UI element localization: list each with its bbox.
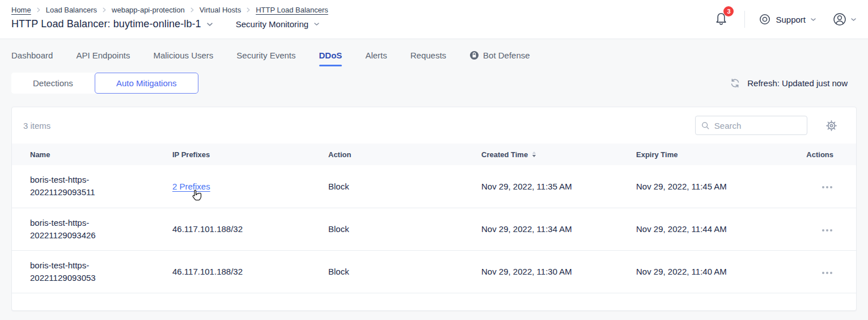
created-time-value: Nov 29, 2022, 11:34 AM (481, 224, 572, 234)
tab-alerts[interactable]: Alerts (365, 50, 387, 66)
support-label: Support (776, 15, 806, 24)
notification-badge: 3 (723, 6, 734, 16)
context-dropdown[interactable]: Security Monitoring (236, 19, 320, 29)
column-label: Created Time (481, 150, 528, 159)
view-toggle: DetectionsAuto Mitigations (11, 73, 198, 94)
toggle-detections[interactable]: Detections (11, 73, 95, 94)
chevron-down-icon (314, 22, 320, 26)
search-icon (701, 121, 710, 130)
tab-label: Security Events (236, 50, 295, 60)
tab-label: Malicious Users (153, 50, 213, 60)
page-title: HTTP Load Balancer: buytime-online-lb-1 (11, 18, 201, 30)
column-header-actions[interactable]: Actions (795, 144, 856, 165)
title-row: HTTP Load Balancer: buytime-online-lb-1 … (11, 18, 714, 30)
column-header-expiry-time[interactable]: Expiry Time (636, 144, 795, 165)
search-box (695, 116, 807, 135)
expiry-time-value: Nov 29, 2022, 11:45 AM (636, 182, 727, 191)
support-menu[interactable]: Support (759, 13, 816, 26)
expiry-time-value: Nov 29, 2022, 11:44 AM (636, 224, 727, 234)
action-value: Block (328, 224, 349, 234)
breadcrumb: HomeLoad Balancerswebapp-api-protectionV… (11, 6, 714, 14)
security-tabs: DashboardAPI EndpointsMalicious UsersSec… (0, 39, 868, 66)
sort-indicator-icon (532, 151, 536, 157)
notifications-button[interactable]: 3 (714, 10, 729, 28)
toggle-auto-mitigations[interactable]: Auto Mitigations (95, 73, 198, 94)
chevron-right-icon (102, 7, 107, 12)
tab-label: Requests (410, 50, 446, 60)
column-label: Name (30, 150, 50, 159)
tab-label: Alerts (365, 50, 387, 60)
tab-security-events[interactable]: Security Events (236, 50, 295, 66)
tab-bot-defense[interactable]: Bot Defense (469, 50, 530, 66)
title-dropdown-chevron-icon[interactable] (206, 22, 213, 27)
chevron-right-icon (190, 7, 194, 12)
tab-requests[interactable]: Requests (410, 50, 446, 66)
action-value: Block (328, 267, 349, 276)
mitigations-table: NameIP PrefixesActionCreated TimeExpiry … (12, 144, 856, 293)
tab-dashboard[interactable]: Dashboard (11, 50, 53, 66)
refresh-button[interactable]: Refresh: Updated just now (730, 78, 857, 89)
tab-ddos[interactable]: DDoS (319, 50, 342, 66)
expiry-time-value: Nov 29, 2022, 11:40 AM (636, 267, 727, 276)
search-input[interactable] (714, 121, 801, 130)
header-left: HomeLoad Balancerswebapp-api-protectionV… (11, 0, 714, 30)
breadcrumb-item[interactable]: Home (11, 6, 31, 14)
tab-label: Bot Defense (483, 50, 530, 60)
breadcrumb-item[interactable]: Virtual Hosts (200, 6, 241, 14)
account-menu[interactable] (832, 12, 857, 27)
mitigation-name: boris-test-https-20221129093511 (30, 174, 129, 199)
column-label: IP Prefixes (172, 150, 210, 159)
ip-prefixes-cell: 46.117.101.188/32 (172, 224, 243, 234)
table-header-row: NameIP PrefixesActionCreated TimeExpiry … (12, 144, 856, 165)
header-right: 3 Support (714, 0, 857, 39)
column-header-action[interactable]: Action (328, 144, 481, 165)
tab-label: API Endpoints (76, 50, 130, 60)
user-avatar-icon (832, 12, 847, 27)
prefixes-link[interactable]: 2 Prefixes (172, 182, 210, 191)
ip-prefixes-cell: 46.117.101.188/32 (172, 267, 243, 276)
column-label: Expiry Time (636, 150, 678, 159)
column-header-name[interactable]: Name (12, 144, 172, 165)
ip-prefixes-cell: 2 Prefixes (172, 182, 210, 191)
chevron-down-icon (810, 18, 816, 22)
chevron-down-icon (850, 18, 857, 22)
mitigation-name: boris-test-https-20221129093426 (30, 217, 129, 242)
bot-defense-icon (469, 50, 479, 60)
tab-label: Dashboard (11, 50, 53, 60)
ip-prefix-value: 46.117.101.188/32 (172, 267, 243, 276)
refresh-icon (730, 78, 740, 89)
table-row: boris-test-https-20221129093511 2 Prefix… (12, 165, 856, 208)
breadcrumb-item[interactable]: webapp-api-protection (112, 6, 185, 14)
app-header: HomeLoad Balancerswebapp-api-protectionV… (0, 0, 868, 39)
gear-icon (825, 120, 837, 132)
mitigation-name: boris-test-https-20221129093053 (30, 259, 129, 284)
table-row: boris-test-https-20221129093053 46.117.1… (12, 250, 856, 293)
row-actions-menu-button[interactable] (821, 226, 833, 235)
created-time-value: Nov 29, 2022, 11:35 AM (481, 182, 572, 191)
row-actions-menu-button[interactable] (821, 183, 833, 192)
row-actions-menu-button[interactable] (821, 268, 833, 277)
table-toolbar: 3 items (12, 107, 856, 144)
table-settings-button[interactable] (825, 120, 837, 132)
created-time-value: Nov 29, 2022, 11:30 AM (481, 267, 572, 276)
chevron-right-icon (246, 7, 251, 12)
action-value: Block (328, 182, 349, 191)
context-dropdown-label: Security Monitoring (236, 19, 308, 29)
support-lifebuoy-icon (759, 13, 771, 26)
column-header-created-time[interactable]: Created Time (481, 144, 636, 165)
chevron-right-icon (36, 7, 41, 12)
tab-malicious-users[interactable]: Malicious Users (153, 50, 213, 66)
tab-api-endpoints[interactable]: API Endpoints (76, 50, 130, 66)
breadcrumb-item[interactable]: Load Balancers (46, 6, 97, 14)
items-count: 3 items (23, 121, 695, 130)
mitigations-card: 3 items NameIP PrefixesActionCreated Tim… (11, 107, 857, 311)
column-label: Actions (806, 150, 833, 159)
column-label: Action (328, 150, 351, 159)
breadcrumb-item[interactable]: HTTP Load Balancers (256, 6, 328, 14)
subheader: DetectionsAuto Mitigations Refresh: Upda… (0, 66, 868, 94)
refresh-label: Refresh: Updated just now (747, 78, 848, 88)
header-divider (744, 11, 745, 28)
tab-label: DDoS (319, 50, 342, 60)
column-header-ip-prefixes[interactable]: IP Prefixes (172, 144, 328, 165)
table-row: boris-test-https-20221129093426 46.117.1… (12, 208, 856, 250)
